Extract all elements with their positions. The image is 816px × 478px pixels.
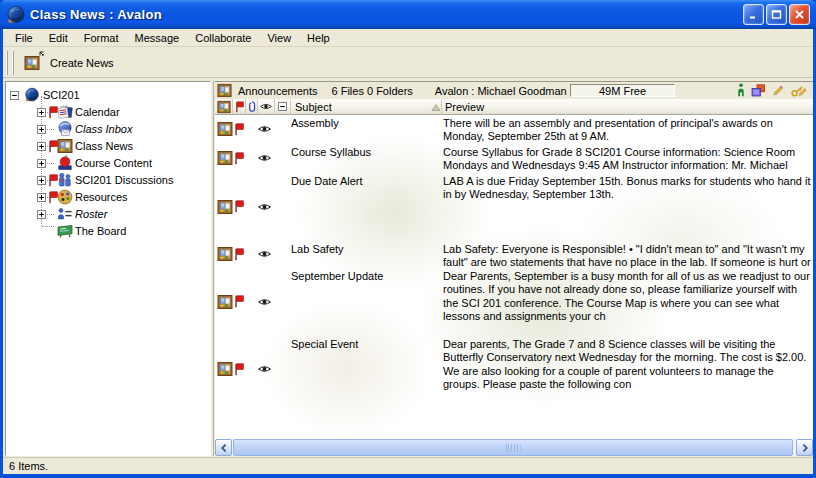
expand-box-icon[interactable] bbox=[37, 210, 46, 219]
preview-header-label: Preview bbox=[445, 101, 484, 113]
flag-icon bbox=[234, 152, 244, 165]
create-news-icon bbox=[24, 53, 44, 73]
close-button[interactable] bbox=[789, 4, 810, 25]
expand-box-icon[interactable] bbox=[37, 193, 46, 202]
tree-label: SCI201 bbox=[43, 89, 80, 101]
minimize-button[interactable] bbox=[743, 4, 764, 25]
account-name: Avalon : Michael Goodman bbox=[435, 85, 567, 97]
item-subject: Lab Safety bbox=[291, 241, 440, 268]
tree-item-resources[interactable]: Resources bbox=[6, 189, 210, 206]
paperclip-icon bbox=[248, 100, 256, 113]
layered-windows-icon[interactable] bbox=[751, 84, 766, 97]
scrollbar-thumb[interactable] bbox=[233, 439, 793, 456]
item-preview: Dear parents, The Grade 7 and 8 Science … bbox=[440, 336, 813, 403]
key-pencil-icon[interactable] bbox=[791, 84, 809, 97]
folder-name: Announcements bbox=[238, 85, 318, 97]
tree-label: Roster bbox=[75, 208, 107, 220]
folder-tree: SCI201 Calendar Class Inbox bbox=[6, 82, 210, 240]
collapse-all-button[interactable] bbox=[275, 99, 291, 114]
eye-icon bbox=[257, 364, 272, 374]
create-news-label: Create News bbox=[50, 57, 114, 69]
news-board-icon bbox=[217, 294, 233, 310]
app-globe-icon bbox=[6, 5, 26, 25]
tree-label: Course Content bbox=[75, 157, 152, 169]
tree-label: The Board bbox=[75, 225, 126, 237]
flag-icon bbox=[234, 200, 244, 213]
menu-help[interactable]: Help bbox=[299, 30, 338, 46]
tree-item-class-news[interactable]: Class News bbox=[6, 138, 210, 155]
list-item-september-update[interactable]: September Update Dear Parents, September… bbox=[215, 268, 813, 336]
expand-box-icon[interactable] bbox=[37, 159, 46, 168]
news-board-icon bbox=[217, 100, 231, 114]
item-preview: Dear Parents, September is a busy month … bbox=[440, 268, 813, 336]
menu-message[interactable]: Message bbox=[127, 30, 188, 46]
list-item-assembly[interactable]: Assembly There will be an assembly and p… bbox=[215, 115, 813, 144]
tree-item-course-content[interactable]: Course Content bbox=[6, 155, 210, 172]
flag-icon bbox=[234, 295, 244, 308]
flag-icon bbox=[234, 248, 244, 261]
list-item-course-syllabus[interactable]: Course Syllabus Course Syllabus for Grad… bbox=[215, 144, 813, 173]
globe-icon bbox=[24, 87, 40, 103]
menu-view[interactable]: View bbox=[259, 30, 299, 46]
menu-edit[interactable]: Edit bbox=[41, 30, 76, 46]
message-list: Assembly There will be an assembly and p… bbox=[215, 115, 813, 439]
column-attachment[interactable] bbox=[246, 99, 258, 114]
tree-item-discussions[interactable]: SCI201 Discussions bbox=[6, 172, 210, 189]
apple-books-icon bbox=[57, 155, 73, 171]
list-item-special-event[interactable]: Special Event Dear parents, The Grade 7 … bbox=[215, 336, 813, 403]
inbox-globe-icon bbox=[57, 121, 73, 137]
free-space-indicator: 49M Free bbox=[570, 84, 675, 97]
menu-format[interactable]: Format bbox=[76, 30, 127, 46]
news-board-icon bbox=[217, 199, 233, 215]
expand-box-icon[interactable] bbox=[37, 108, 46, 117]
item-preview: LAB A is due Friday September 15th. Bonu… bbox=[440, 173, 813, 241]
scroll-left-button[interactable] bbox=[215, 439, 232, 456]
pencil-icon[interactable] bbox=[772, 84, 785, 97]
item-preview: Course Syllabus for Grade 8 SCI201 Cours… bbox=[440, 144, 813, 173]
titlebar[interactable]: Class News : Avalon bbox=[0, 0, 816, 29]
panel-splitter[interactable] bbox=[211, 81, 214, 456]
board-icon bbox=[57, 223, 73, 239]
list-column-header: Subject Preview bbox=[215, 99, 813, 115]
collapse-box-icon[interactable] bbox=[10, 91, 19, 100]
list-item-lab-safety[interactable]: Lab Safety Lab Safety: Everyone is Respo… bbox=[215, 241, 813, 268]
news-board-icon bbox=[217, 121, 233, 137]
news-board-icon bbox=[57, 138, 73, 154]
column-preview[interactable]: Preview bbox=[442, 101, 484, 113]
menu-file[interactable]: File bbox=[7, 30, 41, 46]
online-user-icon[interactable] bbox=[737, 83, 745, 97]
create-news-button[interactable]: Create News bbox=[18, 51, 120, 75]
item-preview: Lab Safety: Everyone is Responsible! • "… bbox=[440, 241, 813, 268]
scrollbar-grip-icon bbox=[506, 444, 521, 452]
tree-label: SCI201 Discussions bbox=[75, 174, 173, 186]
column-viewed[interactable] bbox=[258, 99, 275, 114]
tree-label: Class Inbox bbox=[75, 123, 132, 135]
scroll-right-button[interactable] bbox=[796, 439, 813, 456]
main-area: SCI201 Calendar Class Inbox bbox=[3, 79, 813, 457]
flag-icon bbox=[234, 363, 244, 376]
tree-item-sci201[interactable]: SCI201 bbox=[6, 87, 210, 104]
eye-icon bbox=[257, 153, 272, 163]
toolbar-gripper-icon[interactable] bbox=[6, 51, 14, 75]
folder-counts: 6 Files 0 Folders bbox=[332, 85, 413, 97]
tree-item-roster[interactable]: Roster bbox=[6, 206, 210, 223]
tree-item-the-board[interactable]: The Board bbox=[6, 223, 210, 240]
horizontal-scrollbar[interactable] bbox=[215, 439, 813, 456]
expand-box-icon[interactable] bbox=[37, 176, 46, 185]
column-item-icon[interactable] bbox=[215, 99, 233, 114]
column-flag[interactable] bbox=[233, 99, 246, 114]
eye-icon bbox=[257, 124, 272, 134]
folder-tree-panel: SCI201 Calendar Class Inbox bbox=[5, 81, 211, 456]
tree-item-class-inbox[interactable]: Class Inbox bbox=[6, 121, 210, 138]
column-subject[interactable]: Subject bbox=[291, 99, 441, 114]
expand-box-icon[interactable] bbox=[37, 142, 46, 151]
list-item-due-date-alert[interactable]: Due Date Alert LAB A is due Friday Septe… bbox=[215, 173, 813, 241]
eye-icon bbox=[257, 202, 272, 212]
roster-icon bbox=[57, 206, 73, 222]
expand-box-icon[interactable] bbox=[37, 125, 46, 134]
tree-item-calendar[interactable]: Calendar bbox=[6, 104, 210, 121]
flag-icon bbox=[235, 101, 244, 113]
maximize-button[interactable] bbox=[766, 4, 787, 25]
menu-collaborate[interactable]: Collaborate bbox=[187, 30, 259, 46]
window-title: Class News : Avalon bbox=[30, 7, 162, 22]
